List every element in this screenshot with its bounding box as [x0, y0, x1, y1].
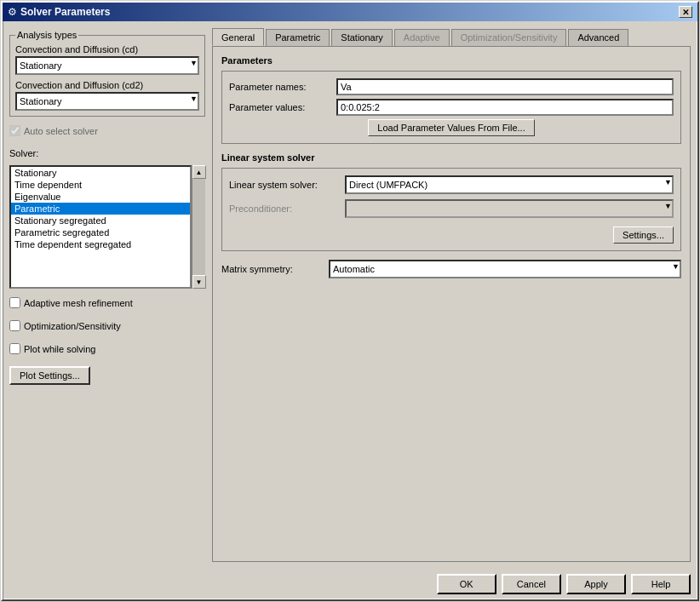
- plot-checkbox-row: Plot while solving: [9, 343, 205, 354]
- auto-select-checkbox[interactable]: [9, 125, 20, 136]
- auto-select-row: Auto select solver: [9, 125, 205, 136]
- param-names-row: Parameter names:: [229, 78, 674, 95]
- dialog-body: Analysis types Convection and Diffusion …: [3, 21, 697, 569]
- tab-adaptive[interactable]: Adaptive: [394, 29, 450, 47]
- solver-item-timedep[interactable]: Time dependent: [11, 179, 190, 191]
- analysis1-select[interactable]: Stationary Time dependent Eigenvalue: [15, 56, 199, 75]
- optimization-checkbox[interactable]: [9, 320, 20, 331]
- solver-section-label: Solver:: [9, 148, 205, 158]
- tab-general[interactable]: General: [212, 28, 264, 46]
- tab-optimization-sensitivity[interactable]: Optimization/Sensitivity: [451, 29, 567, 47]
- solver-item-stationary-seg[interactable]: Stationary segregated: [11, 215, 190, 226]
- left-panel: Analysis types Convection and Diffusion …: [9, 28, 205, 562]
- param-values-row: Parameter values:: [229, 99, 674, 116]
- tab-content-general: Parameters Parameter names: Parameter va…: [212, 46, 691, 562]
- param-names-input[interactable]: [336, 78, 674, 95]
- matrix-symmetry-select-wrapper[interactable]: Automatic Symmetric Unsymmetric: [329, 260, 681, 278]
- preconditioner-select[interactable]: [345, 199, 674, 218]
- analysis2-name: Convection and Diffusion (cd2): [15, 80, 199, 90]
- apply-button[interactable]: Apply: [566, 574, 626, 594]
- right-panel: General Parametric Stationary Adaptive O…: [212, 28, 691, 562]
- analysis-item-1: Convection and Diffusion (cd) Stationary…: [15, 44, 199, 75]
- param-values-label: Parameter values:: [229, 102, 331, 112]
- linear-solver-row: Linear system solver: Direct (UMFPACK) P…: [229, 175, 674, 194]
- tab-stationary[interactable]: Stationary: [331, 29, 393, 47]
- param-names-label: Parameter names:: [229, 82, 331, 92]
- linear-solver-select[interactable]: Direct (UMFPACK) PARDISO Iterative: [345, 175, 674, 194]
- matrix-symmetry-label: Matrix symmetry:: [221, 264, 324, 274]
- solver-list-inner: Stationary Time dependent Eigenvalue Par…: [9, 165, 192, 289]
- optimization-checkbox-row: Optimization/Sensitivity: [9, 320, 205, 331]
- analysis-item-2: Convection and Diffusion (cd2) Stationar…: [15, 80, 199, 111]
- plot-settings-button[interactable]: Plot Settings...: [9, 366, 90, 385]
- analysis-types-group: Analysis types Convection and Diffusion …: [9, 35, 205, 117]
- preconditioner-row: Preconditioner:: [229, 199, 674, 218]
- preconditioner-label: Preconditioner:: [229, 204, 340, 214]
- solver-list-container: Stationary Time dependent Eigenvalue Par…: [9, 165, 205, 289]
- parameters-group: Parameter names: Parameter values: Load …: [221, 71, 681, 144]
- title-bar: ⚙ Solver Parameters ✕: [3, 3, 697, 21]
- dialog-footer: OK Cancel Apply Help: [3, 569, 697, 599]
- linear-solver-select-wrapper[interactable]: Direct (UMFPACK) PARDISO Iterative: [345, 175, 674, 194]
- scroll-down-button[interactable]: ▼: [192, 275, 206, 289]
- scroll-up-button[interactable]: ▲: [192, 165, 206, 179]
- cancel-button[interactable]: Cancel: [502, 574, 561, 594]
- solver-list: Stationary Time dependent Eigenvalue Par…: [11, 167, 190, 250]
- linear-solver-label: Linear system solver:: [229, 180, 340, 190]
- param-values-input[interactable]: [336, 99, 674, 116]
- optimization-label: Optimization/Sensitivity: [24, 321, 121, 331]
- dialog-title: Solver Parameters: [20, 6, 110, 18]
- matrix-symmetry-row: Matrix symmetry: Automatic Symmetric Uns…: [221, 260, 681, 278]
- ok-button[interactable]: OK: [437, 574, 496, 594]
- linear-system-section-label: Linear system solver: [221, 152, 681, 163]
- tab-parametric[interactable]: Parametric: [266, 29, 330, 47]
- solver-item-timedep-seg[interactable]: Time dependent segregated: [11, 238, 190, 250]
- close-button[interactable]: ✕: [679, 6, 692, 18]
- parameters-section-label: Parameters: [221, 55, 681, 66]
- solver-item-parametric[interactable]: Parametric: [11, 203, 190, 215]
- solver-parameters-dialog: ⚙ Solver Parameters ✕ Analysis types Con…: [1, 1, 699, 601]
- settings-button[interactable]: Settings...: [613, 226, 674, 244]
- matrix-symmetry-select[interactable]: Automatic Symmetric Unsymmetric: [329, 260, 681, 278]
- linear-system-group: Linear system solver: Direct (UMFPACK) P…: [221, 168, 681, 251]
- plot-checkbox[interactable]: [9, 343, 20, 354]
- analysis-types-label: Analysis types: [15, 30, 78, 40]
- analysis1-select-wrapper[interactable]: Stationary Time dependent Eigenvalue: [15, 56, 199, 75]
- preconditioner-select-wrapper[interactable]: [345, 199, 674, 218]
- adaptive-checkbox[interactable]: [9, 297, 20, 308]
- plot-label: Plot while solving: [24, 344, 95, 354]
- analysis1-name: Convection and Diffusion (cd): [15, 44, 199, 54]
- help-button[interactable]: Help: [631, 574, 691, 594]
- tab-bar: General Parametric Stationary Adaptive O…: [212, 28, 691, 46]
- auto-select-label: Auto select solver: [24, 126, 98, 136]
- dialog-icon: ⚙: [8, 6, 17, 18]
- adaptive-checkbox-row: Adaptive mesh refinement: [9, 297, 205, 308]
- solver-item-parametric-seg[interactable]: Parametric segregated: [11, 226, 190, 238]
- analysis2-select[interactable]: Stationary Time dependent Eigenvalue: [15, 92, 199, 111]
- solver-item-eigenvalue[interactable]: Eigenvalue: [11, 191, 190, 203]
- analysis2-select-wrapper[interactable]: Stationary Time dependent Eigenvalue: [15, 92, 199, 111]
- solver-scrollbar: ▲ ▼: [192, 165, 205, 289]
- solver-item-stationary[interactable]: Stationary: [11, 167, 190, 179]
- adaptive-label: Adaptive mesh refinement: [24, 298, 133, 308]
- load-params-button[interactable]: Load Parameter Values From File...: [368, 119, 534, 136]
- tab-advanced[interactable]: Advanced: [568, 29, 628, 47]
